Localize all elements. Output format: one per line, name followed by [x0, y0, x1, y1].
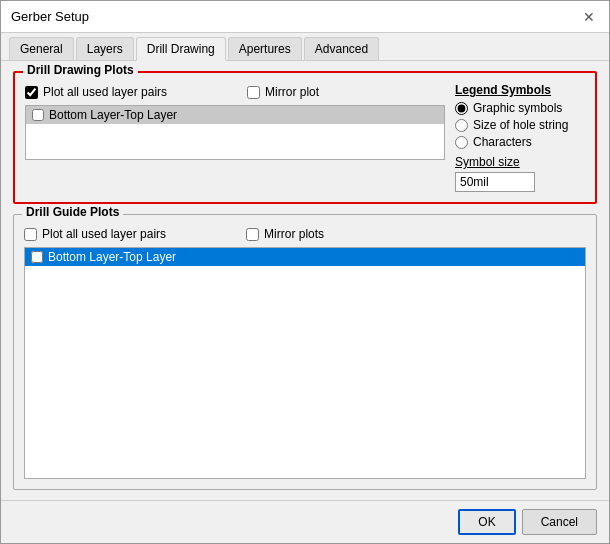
drill-drawing-list: Bottom Layer-Top Layer	[25, 105, 445, 160]
graphic-symbols-radio-label[interactable]: Graphic symbols	[455, 101, 585, 115]
hole-string-radio-label[interactable]: Size of hole string	[455, 118, 585, 132]
legend-symbols-title: Legend Symbols	[455, 83, 585, 97]
drill-guide-list-item-0[interactable]: Bottom Layer-Top Layer	[25, 248, 585, 266]
drill-guide-plots-group: Drill Guide Plots Plot all used layer pa…	[13, 214, 597, 490]
tab-advanced[interactable]: Advanced	[304, 37, 379, 60]
tab-layers[interactable]: Layers	[76, 37, 134, 60]
guide-mirror-checkbox[interactable]	[246, 228, 259, 241]
symbol-size-label: Symbol size	[455, 155, 585, 169]
symbol-size-input[interactable]	[455, 172, 535, 192]
cancel-button[interactable]: Cancel	[522, 509, 597, 535]
graphic-symbols-radio[interactable]	[455, 102, 468, 115]
drill-drawing-item-checkbox-0[interactable]	[32, 109, 44, 121]
drill-drawing-plots-label: Drill Drawing Plots	[23, 63, 138, 77]
drill-drawing-inner: Plot all used layer pairs Mirror plot Bo…	[25, 81, 585, 192]
drill-drawing-plots-group: Drill Drawing Plots Plot all used layer …	[13, 71, 597, 204]
guide-item-checkbox-0[interactable]	[31, 251, 43, 263]
legend-symbols-group: Legend Symbols Graphic symbols Size of h…	[455, 83, 585, 192]
drill-drawing-list-item-0[interactable]: Bottom Layer-Top Layer	[26, 106, 444, 124]
close-button[interactable]: ✕	[579, 10, 599, 24]
window-title: Gerber Setup	[11, 9, 89, 24]
mirror-plot-checkbox[interactable]	[247, 86, 260, 99]
characters-radio-label[interactable]: Characters	[455, 135, 585, 149]
drill-drawing-left: Plot all used layer pairs Mirror plot Bo…	[25, 81, 445, 192]
mirror-plot-label[interactable]: Mirror plot	[247, 85, 319, 99]
gerber-setup-window: Gerber Setup ✕ General Layers Drill Draw…	[0, 0, 610, 544]
tab-bar: General Layers Drill Drawing Apertures A…	[1, 33, 609, 61]
guide-plot-all-label[interactable]: Plot all used layer pairs	[24, 227, 166, 241]
guide-mirror-label[interactable]: Mirror plots	[246, 227, 324, 241]
footer: OK Cancel	[1, 500, 609, 543]
drill-drawing-top-row: Plot all used layer pairs Mirror plot	[25, 85, 445, 99]
hole-string-radio[interactable]	[455, 119, 468, 132]
drill-guide-top-row: Plot all used layer pairs Mirror plots	[24, 227, 586, 241]
ok-button[interactable]: OK	[458, 509, 515, 535]
title-bar: Gerber Setup ✕	[1, 1, 609, 33]
tab-drill-drawing[interactable]: Drill Drawing	[136, 37, 226, 61]
plot-all-layer-pairs-label[interactable]: Plot all used layer pairs	[25, 85, 167, 99]
symbol-size-group: Symbol size	[455, 155, 585, 192]
tab-apertures[interactable]: Apertures	[228, 37, 302, 60]
guide-plot-all-checkbox[interactable]	[24, 228, 37, 241]
characters-radio[interactable]	[455, 136, 468, 149]
main-content: Drill Drawing Plots Plot all used layer …	[1, 61, 609, 500]
plot-all-layer-pairs-checkbox[interactable]	[25, 86, 38, 99]
drill-guide-list: Bottom Layer-Top Layer	[24, 247, 586, 479]
drill-guide-plots-label: Drill Guide Plots	[22, 205, 123, 219]
tab-general[interactable]: General	[9, 37, 74, 60]
